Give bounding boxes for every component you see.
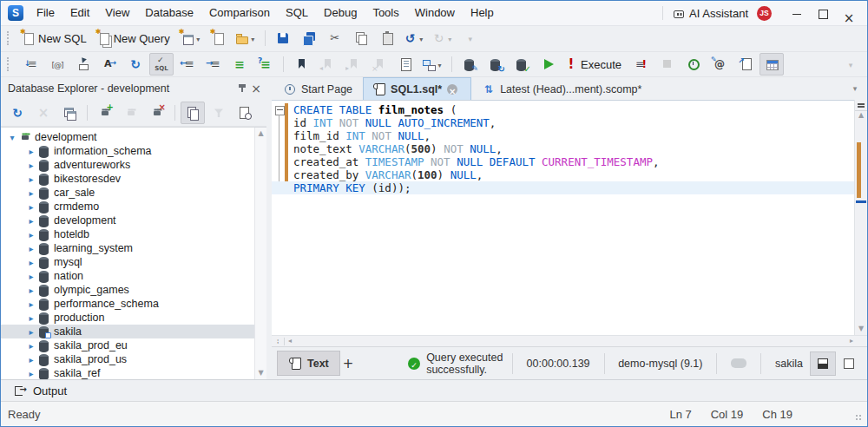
dropdown-caret-icon[interactable] xyxy=(436,57,444,71)
cut-button[interactable] xyxy=(323,27,347,49)
code-line-4[interactable]: note_text VARCHAR(500) NOT NULL, xyxy=(272,142,854,155)
new-query-button[interactable]: New Query xyxy=(95,27,176,49)
panel-close-icon[interactable] xyxy=(249,82,263,95)
resize-grip[interactable] xyxy=(855,414,864,423)
toolbar-grip[interactable] xyxy=(7,57,13,71)
scroll-up-icon[interactable]: ▲ xyxy=(258,129,263,138)
bookmark-button[interactable] xyxy=(289,53,313,76)
chevron-collapsed-icon[interactable] xyxy=(25,325,37,338)
doc-history-button[interactable] xyxy=(233,102,257,124)
code-line-6[interactable]: created_by VARCHAR(100) NULL, xyxy=(272,168,854,181)
tree-item-sakila_ref[interactable]: sakila_ref xyxy=(1,366,254,379)
chevron-collapsed-icon[interactable] xyxy=(25,172,37,186)
tree-item-olympic_games[interactable]: olympic_games xyxy=(1,283,254,297)
pin-icon[interactable] xyxy=(235,82,249,95)
ai-assistant-icon[interactable] xyxy=(672,6,686,20)
tree-item-hoteldb[interactable]: hoteldb xyxy=(1,227,254,241)
tree-item-development[interactable]: development xyxy=(1,130,254,144)
chevron-collapsed-icon[interactable] xyxy=(25,214,37,227)
editor-vertical-scrollbar[interactable]: ▲ ▼ xyxy=(854,100,867,335)
menu-help[interactable]: Help xyxy=(463,6,502,19)
tree-item-development[interactable]: development xyxy=(1,214,254,227)
minimize-button[interactable] xyxy=(784,1,810,25)
tree-scrollbar[interactable]: ▲ ▼ xyxy=(254,128,266,379)
chevron-collapsed-icon[interactable] xyxy=(25,158,37,172)
close-button[interactable] xyxy=(836,1,862,25)
hscroll-splitter-grip[interactable]: ⁞ xyxy=(272,338,285,345)
layout-full-button[interactable] xyxy=(836,351,862,376)
comment-button[interactable] xyxy=(227,53,252,76)
dropdown-caret-icon[interactable] xyxy=(194,31,202,45)
editor-scroll-left-icon[interactable]: ◂ xyxy=(288,337,292,345)
code-line-3[interactable]: film_id INT NOT NULL, xyxy=(272,129,854,142)
menu-view[interactable]: View xyxy=(97,6,137,19)
tree-item-sakila[interactable]: sakila xyxy=(1,325,254,338)
tab-overflow-icon[interactable] xyxy=(848,81,862,95)
tab-text-view[interactable]: Text xyxy=(277,351,340,376)
toolbar-grip[interactable] xyxy=(7,31,13,45)
maximize-button[interactable] xyxy=(810,1,836,25)
sql-editor[interactable]: CREATE TABLE film_notes (id INT NOT NULL… xyxy=(272,100,854,335)
uncomment-button[interactable] xyxy=(253,53,278,76)
layout-split-button[interactable] xyxy=(810,351,836,376)
connection-name[interactable]: demo-mysql (9.1) xyxy=(611,358,709,370)
chevron-collapsed-icon[interactable] xyxy=(25,366,37,379)
profile-at-button[interactable] xyxy=(707,53,732,76)
tree-item-production[interactable]: production xyxy=(1,311,254,325)
tab-sql1-sql-[interactable]: SQL1.sql* xyxy=(363,77,471,100)
tree-item-crmdemo[interactable]: crmdemo xyxy=(1,200,254,214)
menu-window[interactable]: Window xyxy=(407,6,463,19)
tree-item-sakila_prod_us[interactable]: sakila_prod_us xyxy=(1,352,254,366)
editor-split-handle[interactable] xyxy=(855,100,867,111)
code-line-1[interactable]: CREATE TABLE film_notes ( xyxy=(272,103,854,116)
auto-format-button[interactable] xyxy=(97,53,122,76)
execute-bang-button[interactable]: Execute xyxy=(562,53,628,76)
add-result-tab-button[interactable] xyxy=(340,351,356,375)
new-sql-button[interactable]: New SQL xyxy=(19,27,93,49)
chevron-collapsed-icon[interactable] xyxy=(25,311,37,325)
outdent-button[interactable] xyxy=(175,53,200,76)
copy-button[interactable] xyxy=(349,27,373,49)
menu-tools[interactable]: Tools xyxy=(365,6,406,19)
menu-file[interactable]: File xyxy=(29,6,62,19)
save-button[interactable] xyxy=(271,27,295,49)
documents-button[interactable] xyxy=(181,102,205,124)
db-refresh-button[interactable] xyxy=(483,53,508,76)
tree-item-performance_schema[interactable]: performance_schema xyxy=(1,297,254,311)
dropdown-caret-icon[interactable] xyxy=(418,31,425,45)
refresh-button[interactable] xyxy=(5,102,30,124)
code-line-2[interactable]: id INT NOT NULL AUTO_INCREMENT, xyxy=(272,116,854,129)
indent-button[interactable] xyxy=(201,53,226,76)
paste-button[interactable] xyxy=(375,27,399,49)
user-avatar-badge[interactable]: JS xyxy=(757,6,772,21)
code-line-7[interactable]: PRIMARY KEY (id)); xyxy=(272,181,854,194)
chevron-collapsed-icon[interactable] xyxy=(25,186,37,200)
dropdown-caret-icon[interactable] xyxy=(249,31,257,45)
data-grid-button[interactable] xyxy=(760,53,784,76)
current-database[interactable]: sakila xyxy=(768,358,810,370)
tree-item-mysql[interactable]: mysql xyxy=(1,255,254,269)
tree-item-learning_system[interactable]: learning_system xyxy=(1,241,254,255)
chevron-collapsed-icon[interactable] xyxy=(25,144,37,158)
chevron-collapsed-icon[interactable] xyxy=(25,255,37,269)
history-button[interactable] xyxy=(681,53,706,76)
output-panel-header[interactable]: Output xyxy=(1,379,867,401)
connection-add-button[interactable] xyxy=(93,102,117,124)
chevron-collapsed-icon[interactable] xyxy=(25,200,37,214)
connection-remove-button[interactable] xyxy=(145,102,169,124)
plan-doc-button[interactable] xyxy=(733,53,758,76)
execute-script-button[interactable] xyxy=(629,53,654,76)
undo-button[interactable] xyxy=(401,27,428,49)
menu-edit[interactable]: Edit xyxy=(62,6,97,19)
tab-start-page[interactable]: Start Page xyxy=(273,77,362,100)
format-document-button[interactable] xyxy=(19,53,43,76)
editor-scroll-up-icon[interactable]: ▲ xyxy=(858,111,864,120)
dropdown-caret-icon[interactable] xyxy=(446,31,454,45)
doc-lines-button[interactable] xyxy=(393,53,418,76)
editor-scroll-down-icon[interactable]: ▼ xyxy=(858,325,864,333)
tab-latest-head-ment-scomp-[interactable]: Latest (Head)...ment).scomp* xyxy=(472,77,651,100)
chevron-collapsed-icon[interactable] xyxy=(25,269,37,283)
tree-item-nation[interactable]: nation xyxy=(1,269,254,283)
tree-item-sakila_prod_eu[interactable]: sakila_prod_eu xyxy=(1,338,254,352)
editor-horizontal-scrollbar[interactable]: ⁞ ◂ ▸ xyxy=(272,335,867,346)
